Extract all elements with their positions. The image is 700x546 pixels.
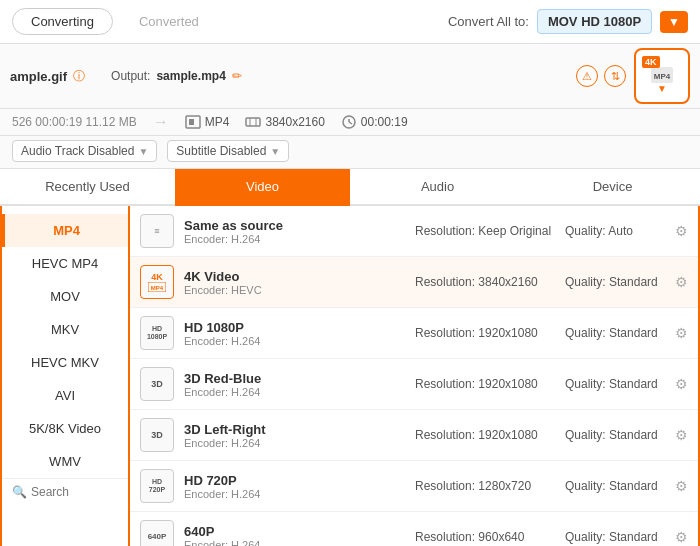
- format-icon-same-as-source: ≡: [140, 214, 174, 248]
- converted-tab[interactable]: Converted: [121, 9, 217, 34]
- action-icons: ⚠ ⇅: [576, 65, 626, 87]
- settings-icon[interactable]: ⇅: [604, 65, 626, 87]
- 4k-badge: 4K: [642, 56, 660, 68]
- sidebar-item-wmv[interactable]: WMV: [2, 445, 128, 478]
- format-name: 4K Video: [184, 269, 405, 284]
- format-item-3d-left-right[interactable]: 3D 3D Left-Right Encoder: H.264 Resoluti…: [130, 410, 698, 461]
- format-resolution: Resolution: 1920x1080: [415, 326, 555, 340]
- format-sidebar: MP4 HEVC MP4 MOV MKV HEVC MKV AVI 5K/8K …: [0, 206, 130, 546]
- media-icon: [185, 114, 201, 130]
- settings-gear-icon[interactable]: ⚙: [675, 427, 688, 443]
- format-item-hd1080[interactable]: HD 1080P HD 1080P Encoder: H.264 Resolut…: [130, 308, 698, 359]
- settings-gear-icon[interactable]: ⚙: [675, 376, 688, 392]
- track-bar: Audio Track Disabled ▼ Subtitle Disabled…: [0, 136, 700, 169]
- format-item-640p[interactable]: 640P 640P Encoder: H.264 Resolution: 960…: [130, 512, 698, 546]
- format-encoder: Encoder: H.264: [184, 233, 405, 245]
- top-bar-right: Convert All to: MOV HD 1080P ▼: [448, 9, 688, 34]
- settings-gear-icon[interactable]: ⚙: [675, 274, 688, 290]
- format-name: 3D Red-Blue: [184, 371, 405, 386]
- media-duration: 00:00:19: [361, 115, 408, 129]
- format-encoder: Encoder: H.264: [184, 539, 405, 547]
- settings-gear-icon[interactable]: ⚙: [675, 325, 688, 341]
- format-quality: Quality: Standard: [565, 530, 665, 544]
- format-details-4k: 4K Video Encoder: HEVC: [184, 269, 405, 296]
- clock-icon: [341, 114, 357, 130]
- subtitle-dropdown-arrow: ▼: [270, 146, 280, 157]
- search-input[interactable]: [31, 485, 111, 499]
- tab-video[interactable]: Video: [175, 169, 350, 206]
- search-icon: 🔍: [12, 485, 27, 499]
- format-resolution: Resolution: 960x640: [415, 530, 555, 544]
- tab-device[interactable]: Device: [525, 169, 700, 206]
- format-details-hd1080: HD 1080P Encoder: H.264: [184, 320, 405, 347]
- format-icon-hd720: HD 720P: [140, 469, 174, 503]
- format-item-hd720[interactable]: HD 720P HD 720P Encoder: H.264 Resolutio…: [130, 461, 698, 512]
- format-icon-3d-red-blue: 3D: [140, 367, 174, 401]
- audio-dropdown-arrow: ▼: [138, 146, 148, 157]
- media-info-bar: 526 00:00:19 11.12 MB → MP4 3840x2160 00…: [0, 109, 700, 136]
- format-resolution: Resolution: 1280x720: [415, 479, 555, 493]
- format-quality: Quality: Standard: [565, 326, 665, 340]
- settings-gear-icon[interactable]: ⚙: [675, 529, 688, 545]
- svg-rect-3: [189, 119, 194, 125]
- sidebar-item-5k8k[interactable]: 5K/8K Video: [2, 412, 128, 445]
- duration-detail: 00:00:19: [341, 114, 408, 130]
- edit-output-icon[interactable]: ✏: [232, 69, 242, 83]
- filename: ample.gif: [10, 69, 67, 84]
- converting-tab[interactable]: Converting: [12, 8, 113, 35]
- resolution-detail: 3840x2160: [245, 114, 324, 130]
- subtitle-dropdown[interactable]: Subtitle Disabled ▼: [167, 140, 289, 162]
- warning-icon[interactable]: ⚠: [576, 65, 598, 87]
- format-details-hd720: HD 720P Encoder: H.264: [184, 473, 405, 500]
- top-bar-left: Converting Converted: [12, 8, 217, 35]
- convert-all-label: Convert All to:: [448, 14, 529, 29]
- format-item-3d-red-blue[interactable]: 3D 3D Red-Blue Encoder: H.264 Resolution…: [130, 359, 698, 410]
- format-encoder: Encoder: H.264: [184, 386, 405, 398]
- format-encoder: Encoder: HEVC: [184, 284, 405, 296]
- format-name: HD 720P: [184, 473, 405, 488]
- sidebar-item-avi[interactable]: AVI: [2, 379, 128, 412]
- format-icon-640p: 640P: [140, 520, 174, 546]
- settings-gear-icon[interactable]: ⚙: [675, 223, 688, 239]
- audio-track-dropdown[interactable]: Audio Track Disabled ▼: [12, 140, 157, 162]
- audio-track-label: Audio Track Disabled: [21, 144, 134, 158]
- format-details-640p: 640P Encoder: H.264: [184, 524, 405, 547]
- file-info-section: ample.gif ⓘ Output: sample.mp4 ✏ ⚠ ⇅: [10, 48, 626, 104]
- panel-layout: MP4 HEVC MP4 MOV MKV HEVC MKV AVI 5K/8K …: [0, 206, 700, 546]
- format-name: 3D Left-Right: [184, 422, 405, 437]
- sidebar-item-hevc-mp4[interactable]: HEVC MP4: [2, 247, 128, 280]
- top-bar: Converting Converted Convert All to: MOV…: [0, 0, 700, 44]
- sidebar-search: 🔍: [2, 478, 128, 505]
- sidebar-item-mp4[interactable]: MP4: [2, 214, 128, 247]
- format-resolution: Resolution: 3840x2160: [415, 275, 555, 289]
- tab-audio[interactable]: Audio: [350, 169, 525, 206]
- settings-gear-icon[interactable]: ⚙: [675, 478, 688, 494]
- format-item-same-as-source[interactable]: ≡ Same as source Encoder: H.264 Resoluti…: [130, 206, 698, 257]
- format-encoder: Encoder: H.264: [184, 488, 405, 500]
- format-thumbnail[interactable]: 4K MP4 ▼: [634, 48, 690, 104]
- format-quality: Quality: Standard: [565, 428, 665, 442]
- format-quality: Quality: Auto: [565, 224, 665, 238]
- format-list: ≡ Same as source Encoder: H.264 Resoluti…: [130, 206, 700, 546]
- format-resolution: Resolution: 1920x1080: [415, 428, 555, 442]
- file-details: 526 00:00:19 11.12 MB: [12, 115, 137, 129]
- svg-text:MP4: MP4: [654, 72, 671, 81]
- subtitle-label: Subtitle Disabled: [176, 144, 266, 158]
- tab-recently-used[interactable]: Recently Used: [0, 169, 175, 206]
- format-badge: MOV HD 1080P: [537, 9, 652, 34]
- format-dropdown-arrow[interactable]: ▼: [660, 11, 688, 33]
- format-details-3d-left-right: 3D Left-Right Encoder: H.264: [184, 422, 405, 449]
- format-icon-3d-left-right: 3D: [140, 418, 174, 452]
- format-item-4k[interactable]: 4K MP4 4K Video Encoder: HEVC Resolution…: [130, 257, 698, 308]
- sidebar-item-mov[interactable]: MOV: [2, 280, 128, 313]
- sidebar-item-hevc-mkv[interactable]: HEVC MKV: [2, 346, 128, 379]
- format-resolution: Resolution: Keep Original: [415, 224, 555, 238]
- svg-rect-4: [246, 118, 260, 126]
- format-name: Same as source: [184, 218, 405, 233]
- format-icon-hd1080: HD 1080P: [140, 316, 174, 350]
- sidebar-item-mkv[interactable]: MKV: [2, 313, 128, 346]
- info-icon[interactable]: ⓘ: [73, 68, 85, 85]
- media-format: MP4: [205, 115, 230, 129]
- svg-line-9: [349, 122, 352, 124]
- format-name: 640P: [184, 524, 405, 539]
